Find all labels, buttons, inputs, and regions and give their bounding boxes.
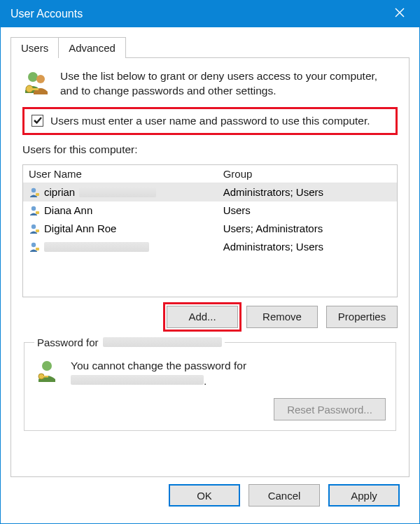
tabpanel-users: Use the list below to grant or deny user… (10, 57, 410, 477)
window-frame: User Accounts Users Advanced (0, 0, 420, 524)
reset-password-label: Reset Password... (287, 404, 372, 416)
svg-rect-16 (43, 376, 48, 378)
username-text: ciprian (44, 186, 75, 198)
checkbox-require-password[interactable] (31, 115, 43, 127)
svg-point-14 (42, 361, 52, 371)
apply-button-label: Apply (351, 490, 377, 502)
users-keys-icon (22, 69, 50, 97)
close-icon (395, 8, 405, 20)
password-message: You cannot change the password for . (71, 358, 246, 388)
redacted-text (79, 187, 156, 197)
properties-button[interactable]: Properties (326, 306, 398, 328)
window-title: User Accounts (10, 8, 384, 20)
cell-group: Administrators; Users (218, 239, 397, 254)
svg-rect-13 (36, 248, 39, 250)
ok-button-label: OK (197, 490, 212, 502)
svg-rect-9 (36, 211, 39, 214)
remove-button-label: Remove (262, 311, 302, 323)
checkmark-icon (34, 115, 42, 127)
tab-users-label: Users (21, 42, 48, 54)
tab-advanced-label: Advanced (69, 42, 115, 54)
svg-rect-5 (31, 88, 38, 90)
user-icon (29, 187, 40, 198)
titlebar[interactable]: User Accounts (1, 1, 419, 27)
svg-rect-7 (36, 193, 39, 196)
cancel-button[interactable]: Cancel (248, 484, 320, 507)
reset-password-button: Reset Password... (274, 398, 386, 420)
redacted-username-legend (103, 337, 222, 347)
cell-username (23, 240, 218, 254)
password-message-suffix: . (204, 375, 206, 387)
table-row[interactable]: Diana AnnUsers (23, 201, 397, 220)
svg-point-8 (31, 206, 36, 211)
userlist-caption: Users for this computer: (22, 143, 398, 156)
ok-button[interactable]: OK (169, 484, 240, 507)
remove-button[interactable]: Remove (246, 306, 318, 328)
tab-advanced[interactable]: Advanced (58, 37, 126, 58)
svg-point-6 (31, 188, 36, 192)
user-icon (29, 223, 40, 234)
cell-username: ciprian (23, 185, 218, 199)
username-text: Diana Ann (44, 204, 92, 216)
cell-group: Users; Administrators (218, 221, 397, 236)
svg-point-10 (31, 225, 36, 229)
col-header-group[interactable]: Group (218, 165, 397, 183)
apply-button[interactable]: Apply (328, 484, 400, 507)
properties-button-label: Properties (338, 311, 386, 323)
tab-users[interactable]: Users (10, 37, 59, 58)
checkbox-label: Users must enter a user name and passwor… (50, 115, 370, 127)
password-legend: Password for (34, 337, 225, 348)
svg-rect-11 (36, 229, 39, 232)
dialog-footer: OK Cancel Apply (10, 477, 410, 516)
user-list[interactable]: User Name Group ciprianAdministrators; U… (22, 164, 398, 297)
redacted-username-body (71, 375, 204, 385)
cell-group: Users (218, 203, 397, 218)
user-icon (29, 205, 40, 216)
tabstrip: Users Advanced (10, 37, 410, 58)
client-area: Users Advanced Use the list below to gra… (1, 27, 419, 523)
col-header-username[interactable]: User Name (23, 165, 218, 183)
user-list-header[interactable]: User Name Group (23, 165, 397, 183)
cell-username: Digital Ann Roe (23, 221, 218, 236)
cell-group: Administrators; Users (218, 185, 397, 199)
cancel-button-label: Cancel (268, 490, 301, 502)
svg-point-12 (31, 243, 36, 247)
checkbox-row[interactable]: Users must enter a user name and passwor… (31, 115, 388, 127)
svg-point-2 (28, 72, 38, 82)
table-row[interactable]: Digital Ann RoeUsers; Administrators (23, 220, 397, 238)
intro-block: Use the list below to grant or deny user… (22, 69, 398, 99)
user-key-icon (34, 358, 59, 383)
add-button[interactable]: Add... (167, 306, 238, 328)
password-groupbox: Password for You cannot change the passw (24, 337, 396, 431)
password-legend-prefix: Password for (37, 337, 99, 348)
redacted-text (44, 242, 149, 252)
password-message-prefix: You cannot change the password for (71, 360, 246, 371)
table-row[interactable]: ciprianAdministrators; Users (23, 183, 397, 201)
user-buttons-row: Add... Remove Properties (22, 306, 398, 328)
cell-username: Diana Ann (23, 203, 218, 218)
table-row[interactable]: Administrators; Users (23, 238, 397, 256)
highlight-box-checkbox: Users must enter a user name and passwor… (22, 107, 398, 135)
close-button[interactable] (384, 1, 415, 27)
username-text: Digital Ann Roe (44, 222, 116, 234)
user-icon (29, 241, 40, 253)
intro-text: Use the list below to grant or deny user… (60, 69, 398, 99)
add-button-label: Add... (188, 311, 216, 323)
svg-point-3 (36, 75, 45, 83)
